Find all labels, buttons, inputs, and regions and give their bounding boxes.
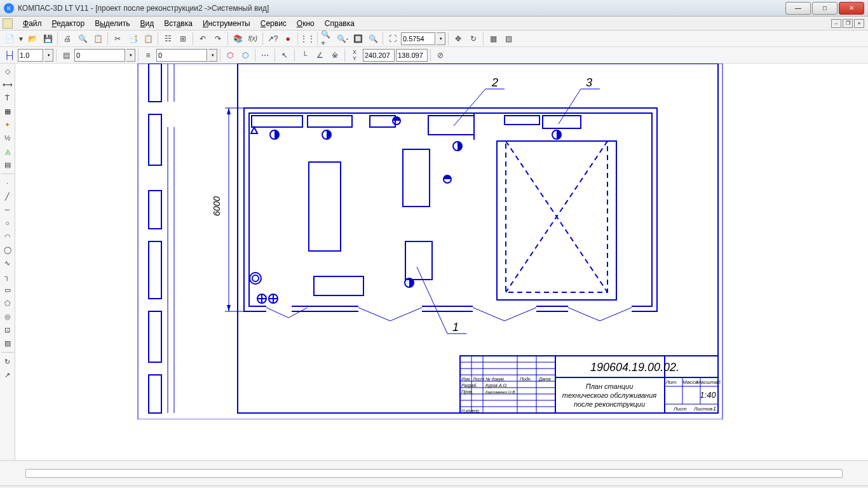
stop-button[interactable]: ● bbox=[281, 32, 295, 46]
zoom-in-button[interactable]: 🔍+ bbox=[320, 32, 334, 46]
snap-toggle-2[interactable]: ⬡ bbox=[238, 48, 252, 62]
angle-button[interactable]: ∠ bbox=[313, 48, 327, 62]
menu-tools[interactable]: Инструменты bbox=[198, 18, 255, 29]
local-cs-button[interactable]: └ bbox=[297, 48, 311, 62]
properties-button[interactable]: ☷ bbox=[161, 32, 175, 46]
menu-help[interactable]: Справка bbox=[320, 18, 360, 29]
geometry-panel[interactable]: ◇ bbox=[1, 65, 14, 78]
coord-x-input[interactable] bbox=[363, 49, 395, 62]
menu-edit[interactable]: Редактор bbox=[47, 18, 90, 29]
zoom-window-button[interactable]: 🔲 bbox=[351, 32, 365, 46]
notations-panel[interactable]: Ṫ bbox=[1, 92, 14, 104]
line-weight-dropdown[interactable]: ▾ bbox=[44, 49, 53, 62]
menu-service[interactable]: Сервис bbox=[255, 18, 292, 29]
document-icon[interactable] bbox=[3, 18, 13, 29]
ortho-button[interactable]: ├┤ bbox=[3, 48, 17, 62]
mdi-restore[interactable]: ❐ bbox=[843, 19, 853, 28]
status-bar: Щелкните левой кнопкой мыши на объекте д… bbox=[0, 485, 868, 488]
title-bar: K КОМПАС-3D LT V11 - [проект после рекон… bbox=[0, 0, 868, 17]
property-track[interactable] bbox=[25, 469, 843, 478]
mdi-minimize[interactable]: – bbox=[831, 19, 841, 28]
rotate-button[interactable]: ↻ bbox=[466, 32, 480, 46]
rect-tool[interactable]: ▭ bbox=[1, 283, 14, 296]
library-button[interactable]: 📚 bbox=[231, 32, 245, 46]
fillet-tool[interactable]: ┐ bbox=[1, 270, 14, 283]
variables-button[interactable]: ⊞ bbox=[176, 32, 190, 46]
open-button[interactable]: 📂 bbox=[25, 32, 39, 46]
shift-button[interactable]: ↗ bbox=[1, 369, 14, 381]
paste-button[interactable]: 📋 bbox=[141, 32, 155, 46]
zoom-fit-button[interactable]: ⛶ bbox=[386, 32, 400, 46]
view1-button[interactable]: ▦ bbox=[486, 32, 500, 46]
round-button[interactable]: ※ bbox=[328, 48, 342, 62]
params-panel[interactable]: ✦ bbox=[1, 118, 14, 131]
snap-button[interactable]: ↗? bbox=[266, 32, 280, 46]
mdi-close[interactable]: × bbox=[854, 19, 864, 28]
zoom-out-button[interactable]: 🔍- bbox=[336, 32, 349, 46]
drawing-canvas[interactable]: 6000 2 3 1 bbox=[15, 64, 868, 460]
polygon-tool[interactable]: ⬠ bbox=[1, 297, 14, 309]
style-button[interactable]: ▤ bbox=[59, 48, 73, 62]
select-panel[interactable]: ◬ bbox=[1, 145, 14, 158]
menu-bar: Файл Редактор Выделить Вид Вставка Инстр… bbox=[0, 17, 868, 30]
view2-button[interactable]: ▧ bbox=[501, 32, 515, 46]
aux-line-tool[interactable]: ╱ bbox=[1, 190, 14, 203]
zoom-input[interactable] bbox=[401, 32, 435, 45]
layer-button[interactable]: ≡ bbox=[141, 48, 155, 62]
property-bar bbox=[0, 460, 868, 485]
fx-button[interactable]: f(x) bbox=[246, 32, 260, 46]
close-button[interactable]: ✕ bbox=[839, 2, 864, 15]
redo-button[interactable]: ↷ bbox=[211, 32, 225, 46]
save-button[interactable]: 💾 bbox=[41, 32, 55, 46]
print-setup-button[interactable]: 📋 bbox=[91, 32, 105, 46]
grid-toggle[interactable]: ⋯ bbox=[258, 48, 272, 62]
end-button[interactable]: ⊘ bbox=[433, 48, 447, 62]
menu-insert[interactable]: Вставка bbox=[159, 18, 198, 29]
style-input[interactable] bbox=[74, 49, 125, 62]
point-tool[interactable]: · bbox=[1, 177, 14, 189]
menu-file[interactable]: Файл bbox=[18, 18, 47, 29]
layer-dropdown[interactable]: ▾ bbox=[208, 49, 217, 62]
project-tool[interactable]: ⊡ bbox=[1, 323, 14, 336]
style-dropdown[interactable]: ▾ bbox=[126, 49, 135, 62]
preview-button[interactable]: 🔍 bbox=[76, 32, 90, 46]
new-dropdown[interactable]: ▾ bbox=[18, 32, 24, 46]
menu-window[interactable]: Окно bbox=[292, 18, 320, 29]
hatch-tool[interactable]: ▨ bbox=[1, 337, 14, 349]
snap-toggle-1[interactable]: ⬡ bbox=[223, 48, 237, 62]
equidistant-tool[interactable]: ◎ bbox=[1, 310, 14, 323]
dimensions-panel[interactable]: ⟷ bbox=[1, 78, 14, 91]
maximize-button[interactable]: □ bbox=[812, 2, 837, 15]
print-button[interactable]: 🖨 bbox=[60, 32, 74, 46]
undo-button[interactable]: ↶ bbox=[196, 32, 210, 46]
coord-y-input[interactable] bbox=[396, 49, 428, 62]
cut-button[interactable]: ✂ bbox=[111, 32, 125, 46]
copy-button[interactable]: 📑 bbox=[126, 32, 140, 46]
ellipse-tool[interactable]: ◯ bbox=[1, 243, 14, 256]
svg-rect-25 bbox=[405, 241, 432, 280]
layer-input[interactable] bbox=[156, 49, 207, 62]
cursor-mode[interactable]: ↖ bbox=[278, 48, 292, 62]
measure-panel[interactable]: ½ bbox=[1, 132, 14, 144]
line-weight-input[interactable] bbox=[18, 49, 43, 62]
standard-toolbar: 📄 ▾ 📂 💾 🖨 🔍 📋 ✂ 📑 📋 ☷ ⊞ ↶ ↷ 📚 f(x) ↗? ● … bbox=[0, 30, 868, 47]
segment-tool[interactable]: ─ bbox=[1, 203, 14, 216]
zoom-prev-button[interactable]: 🔍 bbox=[366, 32, 380, 46]
edit-panel[interactable]: ▦ bbox=[1, 105, 14, 118]
arc-tool[interactable]: ◠ bbox=[1, 230, 14, 243]
title-block: 190604.19.00.02. План станции техническо… bbox=[460, 356, 721, 414]
minimize-button[interactable]: — bbox=[785, 2, 811, 15]
pan-button[interactable]: ✥ bbox=[451, 32, 465, 46]
zoom-dropdown[interactable]: ▾ bbox=[437, 32, 445, 45]
spec-panel[interactable]: ▤ bbox=[1, 158, 14, 171]
svg-line-51 bbox=[559, 89, 581, 124]
spline-tool[interactable]: ∿ bbox=[1, 257, 14, 269]
circle-tool[interactable]: ○ bbox=[1, 217, 14, 229]
new-button[interactable]: 📄 bbox=[3, 32, 17, 46]
menu-view[interactable]: Вид bbox=[135, 18, 159, 29]
grid-button[interactable]: ⋮⋮ bbox=[301, 32, 315, 46]
svg-rect-17 bbox=[308, 116, 352, 127]
menu-select[interactable]: Выделить bbox=[90, 18, 135, 29]
refresh-button[interactable]: ↻ bbox=[1, 355, 14, 368]
svg-rect-16 bbox=[252, 116, 302, 127]
